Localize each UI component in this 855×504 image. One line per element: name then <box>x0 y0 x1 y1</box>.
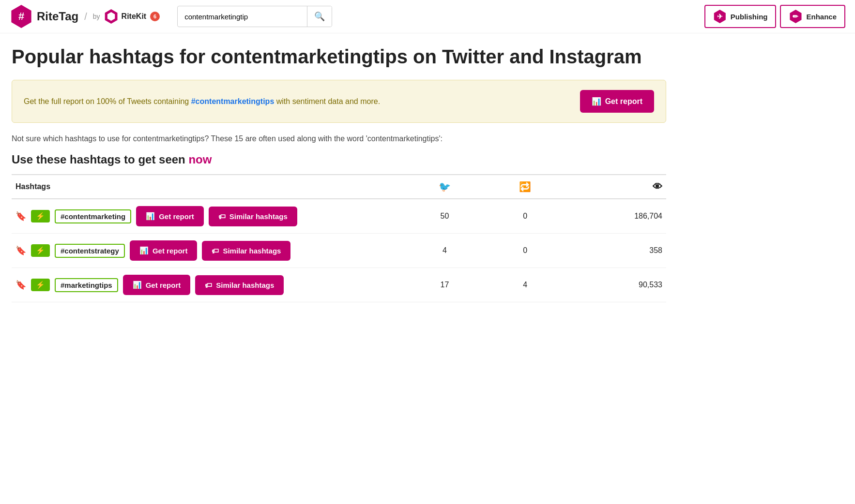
lightning-icon-1: ⚡ <box>36 246 45 255</box>
hashtag-cell-inner-2: 🔖 ⚡ #marketingtips 📊 Get report 🏷 Simila… <box>15 275 400 295</box>
action-btns-0: 📊 Get report 🏷 Similar hashtags <box>136 206 297 226</box>
enhance-button[interactable]: ✏ Enhance <box>780 5 845 28</box>
hashtag-cell-1: 🔖 ⚡ #contentstrategy 📊 Get report 🏷 Simi… <box>12 234 404 268</box>
col-views-header: 👁 <box>565 175 666 199</box>
report-banner: Get the full report on 100% of Tweets co… <box>12 80 666 123</box>
twitter-count-1: 4 <box>404 234 485 268</box>
get-report-label-2: Get report <box>146 281 181 289</box>
description-text: Not sure which hashtags to use for conte… <box>12 134 666 143</box>
green-badge-2: ⚡ <box>31 279 50 291</box>
tag-icon-1: 🏷 <box>212 247 219 255</box>
hashtag-cell-inner-1: 🔖 ⚡ #contentstrategy 📊 Get report 🏷 Simi… <box>15 240 400 261</box>
search-input[interactable] <box>178 8 307 26</box>
logo-symbol: # <box>18 10 24 23</box>
ritekit-name: RiteKit <box>122 12 147 21</box>
publishing-button[interactable]: ✈ Publishing <box>704 5 777 28</box>
page-title: Popular hashtags for contentmarketingtip… <box>12 45 666 68</box>
sub-heading-now: now <box>188 153 212 166</box>
get-report-main-label: Get report <box>605 97 642 106</box>
hashtag-name-1[interactable]: #contentstrategy <box>55 244 125 258</box>
action-btns-2: 📊 Get report 🏷 Similar hashtags <box>123 275 284 295</box>
views-count-1: 358 <box>565 234 666 268</box>
chart-icon-0: 📊 <box>146 212 155 221</box>
publishing-icon: ✈ <box>713 10 727 23</box>
enhance-label: Enhance <box>806 13 837 21</box>
get-report-label-0: Get report <box>159 212 194 221</box>
banner-text-after: with sentiment data and more. <box>276 97 380 105</box>
views-icon: 👁 <box>653 181 662 192</box>
hashtag-name-2[interactable]: #marketingtips <box>55 278 118 292</box>
sub-heading-prefix: Use these hashtags to get seen <box>12 153 188 166</box>
search-button[interactable]: 🔍 <box>307 6 332 27</box>
by-text: by <box>93 13 100 20</box>
hashtag-cell-0: 🔖 ⚡ #contentmarketing 📊 Get report 🏷 Sim… <box>12 199 404 234</box>
get-report-label-1: Get report <box>153 247 188 255</box>
banner-text-before: Get the full report on 100% of Tweets co… <box>24 97 191 105</box>
hashtag-cell-inner-0: 🔖 ⚡ #contentmarketing 📊 Get report 🏷 Sim… <box>15 206 400 226</box>
action-btns-1: 📊 Get report 🏷 Similar hashtags <box>130 240 291 261</box>
logo-area: # RiteTag / by RiteKit 6 <box>10 5 160 28</box>
notification-badge: 6 <box>150 12 160 21</box>
chart-icon-2: 📊 <box>133 281 142 289</box>
retweet-icon: 🔁 <box>519 181 531 192</box>
hashtag-name-0[interactable]: #contentmarketing <box>55 209 131 223</box>
similar-label-0: Similar hashtags <box>229 212 288 221</box>
similar-btn-1[interactable]: 🏷 Similar hashtags <box>202 241 290 261</box>
col-hashtags-header: Hashtags <box>12 175 404 199</box>
twitter-count-0: 50 <box>404 199 485 234</box>
retweet-count-1: 0 <box>485 234 565 268</box>
table-row: 🔖 ⚡ #marketingtips 📊 Get report 🏷 Simila… <box>12 268 666 302</box>
twitter-icon: 🐦 <box>439 181 451 192</box>
bookmark-icon-0[interactable]: 🔖 <box>15 211 26 222</box>
table-body: 🔖 ⚡ #contentmarketing 📊 Get report 🏷 Sim… <box>12 199 666 302</box>
col-retweet-header: 🔁 <box>485 175 565 199</box>
ritekit-hex-icon <box>104 9 119 24</box>
similar-label-1: Similar hashtags <box>223 247 281 255</box>
table-header: Hashtags 🐦 🔁 👁 <box>12 175 666 199</box>
tag-icon-2: 🏷 <box>205 281 212 289</box>
search-area: 🔍 <box>177 6 332 27</box>
col-twitter-header: 🐦 <box>404 175 485 199</box>
retweet-count-0: 0 <box>485 199 565 234</box>
hashtags-table: Hashtags 🐦 🔁 👁 🔖 ⚡ # <box>12 174 666 302</box>
similar-btn-2[interactable]: 🏷 Similar hashtags <box>195 275 284 295</box>
publishing-label: Publishing <box>731 13 768 21</box>
chart-icon-1: 📊 <box>139 246 149 255</box>
green-badge-1: ⚡ <box>31 244 50 257</box>
lightning-icon-0: ⚡ <box>36 212 45 221</box>
enhance-icon: ✏ <box>789 10 802 23</box>
table-row: 🔖 ⚡ #contentstrategy 📊 Get report 🏷 Simi… <box>12 234 666 268</box>
get-report-btn-1[interactable]: 📊 Get report <box>130 240 198 261</box>
bookmark-icon-2[interactable]: 🔖 <box>15 280 26 290</box>
retweet-count-2: 4 <box>485 268 565 302</box>
get-report-btn-0[interactable]: 📊 Get report <box>136 206 204 226</box>
sub-heading: Use these hashtags to get seen now <box>12 153 666 166</box>
lightning-icon-2: ⚡ <box>36 281 45 289</box>
banner-hashtag-link[interactable]: #contentmarketingtips <box>191 97 275 105</box>
header-actions: ✈ Publishing ✏ Enhance <box>704 5 845 28</box>
bookmark-icon-1[interactable]: 🔖 <box>15 245 26 256</box>
ritekit-area: RiteKit 6 <box>104 9 160 24</box>
logo-hex: # <box>10 5 33 28</box>
logo-divider: / <box>84 11 87 22</box>
tag-icon-0: 🏷 <box>218 212 226 221</box>
views-count-2: 90,533 <box>565 268 666 302</box>
hashtag-cell-2: 🔖 ⚡ #marketingtips 📊 Get report 🏷 Simila… <box>12 268 404 302</box>
bar-chart-icon: 📊 <box>592 97 601 106</box>
twitter-count-2: 17 <box>404 268 485 302</box>
get-report-btn-2[interactable]: 📊 Get report <box>123 275 191 295</box>
get-report-main-button[interactable]: 📊 Get report <box>580 90 654 113</box>
report-banner-text: Get the full report on 100% of Tweets co… <box>24 97 380 106</box>
table-row: 🔖 ⚡ #contentmarketing 📊 Get report 🏷 Sim… <box>12 199 666 234</box>
views-count-0: 186,704 <box>565 199 666 234</box>
green-badge-0: ⚡ <box>31 210 50 222</box>
ritekit-hex-inner <box>107 12 116 21</box>
main-content: Popular hashtags for contentmarketingtip… <box>0 33 678 302</box>
similar-btn-0[interactable]: 🏷 Similar hashtags <box>209 207 297 226</box>
logo-name: RiteTag <box>37 10 78 23</box>
header: # RiteTag / by RiteKit 6 🔍 ✈ Publishing … <box>0 0 855 33</box>
similar-label-2: Similar hashtags <box>216 281 274 289</box>
